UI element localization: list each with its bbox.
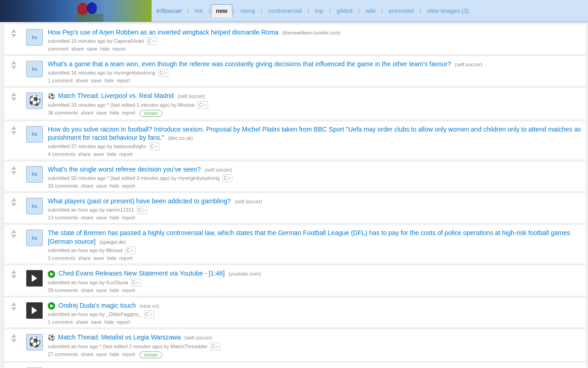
upvote-button[interactable] — [11, 334, 17, 338]
hide-link[interactable]: hide — [110, 351, 119, 358]
share-link[interactable]: share — [75, 319, 88, 325]
save-link[interactable]: save — [93, 255, 104, 261]
tab-top[interactable]: top — [310, 4, 328, 17]
post-title[interactable]: What's a game that a team won, even thou… — [48, 60, 451, 68]
hide-link[interactable]: hide — [107, 255, 117, 261]
report-link[interactable]: report — [117, 319, 130, 325]
downvote-button[interactable] — [11, 203, 17, 207]
report-link[interactable]: report — [113, 46, 126, 52]
share-link[interactable]: share — [81, 183, 94, 189]
share-link[interactable]: share — [71, 46, 84, 52]
hide-link[interactable]: hide — [104, 319, 114, 325]
report-link[interactable]: report — [122, 351, 136, 358]
hide-link[interactable]: hide — [110, 215, 119, 220]
share-link[interactable]: share — [78, 255, 91, 261]
report-link[interactable]: report — [119, 255, 133, 261]
hide-link[interactable]: hide — [110, 183, 119, 189]
upvote-button[interactable] — [11, 29, 17, 33]
save-link[interactable]: save — [96, 215, 107, 220]
save-link[interactable]: save — [87, 46, 97, 52]
report-link[interactable]: report — [119, 151, 133, 157]
share-link[interactable]: share — [81, 288, 94, 293]
upvote-button[interactable] — [11, 302, 17, 306]
subreddit-link[interactable]: /r/Soccer — [152, 5, 187, 17]
share-link[interactable]: share — [81, 110, 94, 117]
save-link[interactable]: save — [96, 351, 107, 358]
downvote-button[interactable] — [11, 34, 17, 38]
report-link[interactable]: report — [122, 288, 136, 293]
comment-link[interactable]: 4 comments — [48, 151, 75, 157]
post-title[interactable]: How do you solve racism in football? Int… — [48, 126, 581, 141]
downvote-button[interactable] — [11, 339, 17, 343]
save-link[interactable]: save — [91, 319, 102, 325]
comment-link[interactable]: 27 comments — [48, 351, 78, 358]
report-link[interactable]: report — [122, 183, 136, 189]
comment-link[interactable]: 1 comment — [48, 319, 73, 325]
comment-link[interactable]: 33 comments — [48, 183, 78, 189]
hide-link[interactable]: hide — [107, 151, 117, 157]
comment-link[interactable]: 36 comments — [48, 110, 78, 117]
hide-link[interactable]: hide — [104, 78, 114, 83]
downvote-button[interactable] — [11, 307, 17, 311]
downvote-button[interactable] — [11, 171, 17, 175]
mod-icon: C☆ — [158, 69, 168, 77]
share-link[interactable]: share — [81, 215, 94, 220]
share-link[interactable]: share — [78, 151, 91, 157]
vote-col — [5, 300, 23, 311]
hide-link[interactable]: hide — [100, 46, 110, 52]
upvote-button[interactable] — [11, 61, 17, 64]
post-title[interactable]: What's the single worst referee decision… — [48, 166, 201, 173]
comment-link[interactable]: 39 comments — [48, 288, 78, 293]
tab-new[interactable]: new — [211, 4, 232, 17]
downvote-button[interactable] — [11, 98, 17, 101]
table-row: Aa How Pep's use of Arjen Robben as an i… — [5, 24, 586, 55]
downvote-button[interactable] — [11, 235, 17, 238]
share-link[interactable]: share — [75, 78, 88, 83]
post-title[interactable]: Ondrej Duda's magic touch — [58, 302, 136, 309]
upvote-button[interactable] — [11, 126, 17, 130]
stream-badge[interactable]: stream — [140, 351, 162, 358]
comment-link[interactable]: 13 comments — [48, 215, 78, 220]
vote-col — [5, 366, 23, 368]
tab-promoted[interactable]: promoted — [384, 4, 419, 17]
upvote-button[interactable] — [11, 92, 17, 96]
save-link[interactable]: save — [91, 78, 102, 83]
table-row: Ondrej Duda's magic touch (vine.co) subm… — [5, 298, 586, 328]
downvote-button[interactable] — [11, 275, 17, 279]
tab-gilded[interactable]: gilded — [332, 4, 358, 17]
save-link[interactable]: save — [93, 151, 104, 157]
downvote-button[interactable] — [11, 66, 17, 69]
post-content: Ched Evans Releases New Statement via Yo… — [46, 268, 586, 294]
post-title[interactable]: Match Thread: Liverpool vs. Real Madrid — [58, 92, 174, 99]
post-title[interactable]: The state of Bremen has passed a highly … — [48, 229, 570, 245]
share-link[interactable]: share — [81, 351, 94, 358]
vote-col — [5, 332, 23, 343]
save-link[interactable]: save — [96, 288, 107, 293]
post-title[interactable]: What players (past or present) have been… — [48, 197, 231, 205]
tab-wiki[interactable]: wiki — [361, 4, 381, 17]
report-link[interactable]: report — [122, 110, 136, 117]
downvote-button[interactable] — [11, 131, 17, 135]
hide-link[interactable]: hide — [110, 110, 119, 117]
post-title[interactable]: Ched Evans Releases New Statement via Yo… — [58, 270, 225, 277]
hide-link[interactable]: hide — [110, 288, 119, 293]
tab-rising[interactable]: rising — [236, 4, 260, 17]
report-link[interactable]: report — [117, 78, 130, 83]
upvote-button[interactable] — [11, 198, 17, 201]
stream-badge[interactable]: stream — [140, 110, 162, 117]
upvote-button[interactable] — [11, 166, 17, 170]
comment-link[interactable]: 1 comment — [48, 78, 73, 83]
comment-link[interactable]: 3 comments — [48, 255, 75, 261]
comment-link[interactable]: comment — [48, 46, 68, 52]
upvote-button[interactable] — [11, 270, 17, 274]
post-domain: (youtube.com) — [229, 271, 261, 276]
report-link[interactable]: report — [122, 215, 136, 220]
post-title[interactable]: How Pep's use of Arjen Robben as an inve… — [48, 29, 278, 36]
post-title[interactable]: Match Thread: Metalist vs Legia Warszawa — [58, 334, 181, 341]
save-link[interactable]: save — [96, 183, 107, 189]
tab-view-images[interactable]: view images (3) — [422, 4, 474, 17]
save-link[interactable]: save — [96, 110, 107, 117]
tab-controversial[interactable]: controversial — [263, 4, 307, 17]
upvote-button[interactable] — [11, 230, 17, 233]
tab-hot[interactable]: hot — [189, 4, 208, 17]
